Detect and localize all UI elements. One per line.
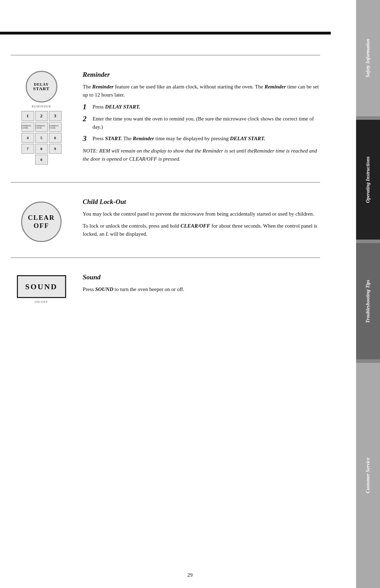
child-lock-para2: To lock or unlock the controls, press an…: [83, 222, 320, 239]
start-label: START: [33, 86, 50, 91]
sound-section: SOUND ON/OFF Sound Press SOUND to turn t…: [11, 266, 320, 311]
reminder-sublabel: REMINDER: [32, 105, 51, 108]
key-express-3: EXPRESS COOK: [49, 122, 62, 132]
key-8: 8: [35, 144, 48, 154]
step-2: 2 Enter the time you want the oven to re…: [83, 115, 320, 131]
key-6: 6: [49, 133, 62, 143]
off-label: OFF: [34, 222, 49, 230]
clear-label: CLEAR: [28, 214, 55, 222]
step-1-text: Press DELAY START.: [93, 103, 320, 111]
reminder-text-area: Reminder The Reminder feature can be use…: [83, 71, 320, 167]
key-express-1: EXPRESS COOK: [21, 122, 34, 132]
step-number-1: 1: [83, 102, 93, 111]
reminder-section: DELAY START REMINDER 1 2 3 EXPRESS COOK …: [11, 63, 320, 174]
sidebar-section-safety: Safety Information: [356, 0, 380, 116]
keypad: 1 2 3 EXPRESS COOK EXPRESS COOK EXPRESS …: [21, 111, 62, 165]
child-lock-title: Child Lock-Out: [83, 198, 320, 206]
sidebar-section-troubleshooting: Troubleshooting Tips: [356, 243, 380, 359]
step-2-text: Enter the time you want the oven to remi…: [93, 115, 320, 131]
sound-btn-label: SOUND: [25, 282, 57, 291]
child-lock-image-area: CLEAR OFF: [11, 198, 72, 242]
sound-sublabel: ON/OFF: [34, 300, 48, 304]
reminder-intro: The Reminder feature can be used like an…: [83, 83, 320, 99]
sidebar-section-operating: Operating Instructions: [356, 120, 380, 240]
sidebar-label-customer: Customer Service: [365, 458, 371, 494]
sound-image-area: SOUND ON/OFF: [11, 273, 72, 304]
sidebar-label-safety: Safety Information: [365, 39, 371, 78]
key-4: 4: [21, 133, 34, 143]
key-2: 2: [35, 111, 48, 121]
sidebar-label-troubleshooting: Troubleshooting Tips: [365, 279, 371, 323]
clear-off-button-graphic: CLEAR OFF: [21, 202, 62, 242]
divider-reminder-childlock: [11, 182, 320, 182]
right-sidebar: Safety Information Operating Instruction…: [356, 0, 380, 588]
child-lock-text-area: Child Lock-Out You may lock the control …: [83, 198, 320, 242]
sound-button-graphic: SOUND: [17, 275, 66, 298]
delay-start-button-graphic: DELAY START: [26, 71, 57, 103]
key-3: 3: [49, 111, 62, 121]
key-1: 1: [21, 111, 34, 121]
sound-title: Sound: [83, 273, 320, 281]
step-3-text: Press START. The Reminder time may be di…: [93, 135, 320, 143]
sound-para: Press SOUND to turn the oven beeper on o…: [83, 285, 320, 293]
step-3: 3 Press START. The Reminder time may be …: [83, 135, 320, 143]
key-5: 5: [35, 133, 48, 143]
reminder-title: Reminder: [83, 71, 320, 79]
step-number-2: 2: [83, 114, 93, 123]
sidebar-section-customer: Customer Service: [356, 363, 380, 588]
sound-text-area: Sound Press SOUND to turn the oven beepe…: [83, 273, 320, 297]
key-express-2: EXPRESS COOK: [35, 122, 48, 132]
page-number: 29: [188, 572, 193, 578]
key-9: 9: [49, 144, 62, 154]
step-1: 1 Press DELAY START.: [83, 103, 320, 111]
reminder-note: NOTE: REM will remain on the display to …: [83, 147, 320, 163]
child-lock-para1: You may lock the control panel to preven…: [83, 210, 320, 218]
child-lock-section: CLEAR OFF Child Lock-Out You may lock th…: [11, 190, 320, 250]
divider-childlock-sound: [11, 258, 320, 258]
sidebar-label-operating: Operating Instructions: [365, 156, 371, 203]
divider-top: [11, 55, 320, 55]
key-0: 0: [35, 155, 48, 165]
main-content: DELAY START REMINDER 1 2 3 EXPRESS COOK …: [0, 32, 331, 311]
reminder-image-area: DELAY START REMINDER 1 2 3 EXPRESS COOK …: [11, 71, 72, 165]
key-7: 7: [21, 144, 34, 154]
step-number-3: 3: [83, 134, 93, 143]
